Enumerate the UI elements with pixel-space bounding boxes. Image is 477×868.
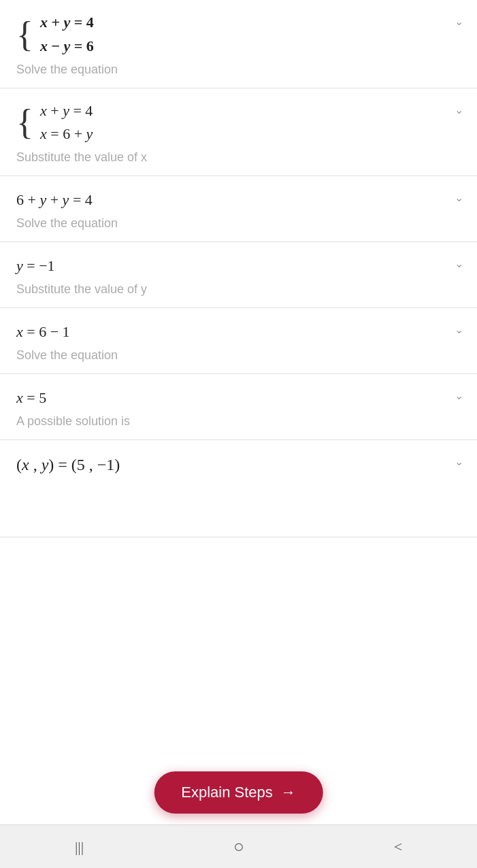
equation-1-1: x + y = 4 [40,12,94,33]
nav-menu-icon[interactable]: ||| [75,838,84,856]
chevron-5[interactable]: ⌄ [455,323,463,336]
chevron-6[interactable]: ⌄ [455,389,463,402]
brace-lines-1: x + y = 4 x − y = 6 [40,12,94,57]
nav-back-icon[interactable]: < [394,838,402,856]
step-label-6: A possible solution is [16,414,461,429]
explain-button-wrapper: Explain Steps → [154,771,323,814]
math-expr-6: x = 5 [16,386,67,409]
equation-2-1: x + y = 4 [40,101,93,122]
step-7[interactable]: (x , y) = (5 , −1) ⌄ [0,440,477,537]
equation-2-2: x = 6 + y [40,124,93,145]
math-expr-7: (x , y) = (5 , −1) [16,452,140,477]
chevron-3[interactable]: ⌄ [455,191,463,204]
step-label-2: Substitute the value of x [16,150,461,165]
math-expr-3: 6 + y + y = 4 [16,188,113,211]
explain-arrow-icon: → [281,784,296,801]
step-label-4: Substitute the value of y [16,282,461,297]
steps-container: { x + y = 4 x − y = 6 ⌄ Solve the equati… [0,0,477,537]
step-label-3: Solve the equation [16,216,461,231]
brace-system-2: { x + y = 4 x = 6 + y [16,101,113,146]
brace-symbol-2: { [16,105,33,140]
step-1[interactable]: { x + y = 4 x − y = 6 ⌄ Solve the equati… [0,0,477,88]
nav-bar: ||| ○ < [0,824,477,868]
math-expr-5: x = 6 − 1 [16,320,91,343]
step-6[interactable]: x = 5 ⌄ A possible solution is [0,374,477,440]
chevron-7[interactable]: ⌄ [455,455,463,468]
step-4[interactable]: y = −1 ⌄ Substitute the value of y [0,242,477,308]
step-label-1: Solve the equation [16,63,461,77]
step-5[interactable]: x = 6 − 1 ⌄ Solve the equation [0,308,477,374]
brace-lines-2: x + y = 4 x = 6 + y [40,101,93,146]
brace-symbol-1: { [16,17,33,52]
step-2[interactable]: { x + y = 4 x = 6 + y ⌄ Substitute the v… [0,88,477,177]
explain-steps-button[interactable]: Explain Steps → [154,771,323,814]
step-3[interactable]: 6 + y + y = 4 ⌄ Solve the equation [0,176,477,242]
explain-steps-label: Explain Steps [181,784,273,801]
chevron-1[interactable]: ⌄ [455,15,463,28]
nav-home-icon[interactable]: ○ [233,837,244,857]
step-label-5: Solve the equation [16,348,461,363]
chevron-2[interactable]: ⌄ [455,103,463,116]
brace-system-1: { x + y = 4 x − y = 6 [16,12,114,57]
math-expr-4: y = −1 [16,254,76,277]
equation-1-2: x − y = 6 [40,36,94,57]
chevron-4[interactable]: ⌄ [455,257,463,270]
